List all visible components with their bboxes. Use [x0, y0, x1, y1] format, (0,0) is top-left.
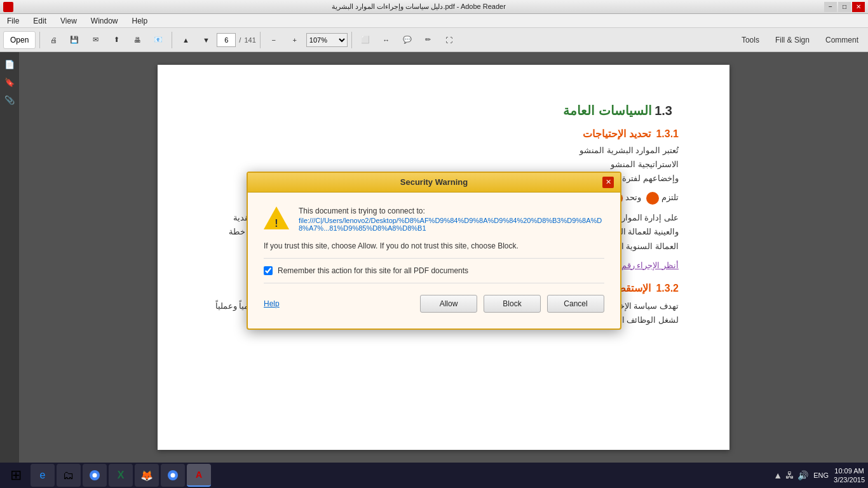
- taskbar-acrobat[interactable]: A: [187, 464, 211, 487]
- clock-date: 3/23/2015: [834, 475, 865, 484]
- warning-icon: !: [264, 205, 289, 231]
- taskbar-firefox[interactable]: 🦊: [135, 464, 159, 487]
- tray-volume-icon: 🔊: [797, 470, 808, 480]
- taskbar-right: ▲ 🖧 🔊 ENG 10:09 AM 3/23/2015: [773, 466, 865, 485]
- remember-checkbox-row: Remember this action for this site for a…: [264, 266, 604, 275]
- action-buttons: Allow Block Cancel: [420, 295, 604, 313]
- system-tray: ▲ 🖧 🔊: [773, 470, 808, 480]
- dialog-trust-message: If you trust this site, choose Allow. If…: [264, 241, 604, 250]
- tray-network-icon: 🖧: [785, 470, 794, 480]
- dialog-titlebar: Security Warning ✕: [248, 173, 620, 193]
- tray-arrow-icon[interactable]: ▲: [773, 470, 782, 480]
- dialog-close-button[interactable]: ✕: [602, 177, 614, 188]
- clock[interactable]: 10:09 AM 3/23/2015: [834, 466, 865, 485]
- help-link[interactable]: Help: [264, 299, 280, 308]
- dialog-message-block: This document is trying to connect to: f…: [299, 205, 604, 232]
- remember-checkbox[interactable]: [264, 266, 273, 275]
- allow-button[interactable]: Allow: [420, 295, 477, 313]
- dialog-separator: [264, 258, 604, 259]
- tray-lang[interactable]: ENG: [813, 471, 829, 479]
- clock-time: 10:09 AM: [834, 466, 865, 475]
- dialog-title: Security Warning: [266, 177, 602, 187]
- dialog-url: file:///C|/Users/lenovo2/Desktop/%D8%AF%…: [299, 217, 604, 232]
- taskbar: ⊞ e 🗂 X 🦊 A ▲ 🖧 🔊 ENG 10:09 AM 3/23/2015: [0, 463, 868, 488]
- svg-point-1: [93, 473, 97, 478]
- dialog-body: ! This document is trying to connect to:…: [248, 193, 620, 329]
- security-warning-dialog: Security Warning ✕ ! This document is tr…: [247, 172, 621, 330]
- dialog-overlay: Security Warning ✕ ! This document is tr…: [0, 0, 868, 463]
- taskbar-chrome[interactable]: [83, 464, 107, 487]
- dialog-icon-row: ! This document is trying to connect to:…: [264, 205, 604, 232]
- warning-exclamation: !: [275, 218, 278, 229]
- taskbar-ie[interactable]: e: [31, 464, 55, 487]
- cancel-button[interactable]: Cancel: [547, 295, 604, 313]
- start-button[interactable]: ⊞: [3, 464, 29, 487]
- dialog-buttons: Help Allow Block Cancel: [264, 290, 604, 316]
- dialog-separator-2: [264, 283, 604, 283]
- dialog-message-line1: This document is trying to connect to:: [299, 205, 604, 217]
- taskbar-chrome2[interactable]: [161, 464, 185, 487]
- taskbar-excel[interactable]: X: [109, 464, 133, 487]
- remember-checkbox-label[interactable]: Remember this action for this site for a…: [278, 266, 468, 275]
- taskbar-explorer[interactable]: 🗂: [57, 464, 81, 487]
- block-button[interactable]: Block: [484, 295, 541, 313]
- svg-point-3: [171, 473, 175, 478]
